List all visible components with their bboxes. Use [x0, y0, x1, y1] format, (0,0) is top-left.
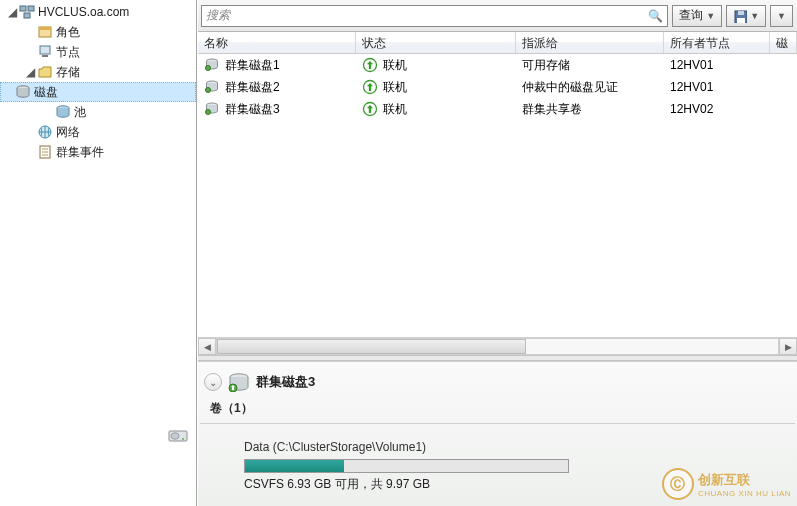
cell-name: 群集磁盘3 — [225, 101, 280, 118]
drive-icon — [168, 427, 188, 445]
cell-name: 群集磁盘1 — [225, 57, 280, 74]
more-button[interactable]: ▼ — [770, 5, 793, 27]
watermark-subtext: CHUANG XIN HU LIAN — [698, 489, 791, 498]
volume-path: Data (C:\ClusterStorage\Volume1) — [244, 438, 797, 457]
tree-label: 存储 — [54, 64, 80, 81]
table-row[interactable]: 群集磁盘2联机仲裁中的磁盘见证12HV01 — [198, 76, 797, 98]
scroll-thumb[interactable] — [217, 339, 526, 354]
tree-label: HVCLUS.oa.com — [36, 5, 129, 19]
cell-assigned: 可用存储 — [522, 57, 570, 74]
col-name[interactable]: 名称 — [198, 32, 356, 53]
search-placeholder: 搜索 — [206, 7, 230, 24]
scroll-left-icon[interactable]: ◀ — [198, 338, 216, 355]
watermark: Ⓒ 创新互联 CHUANG XIN HU LIAN — [662, 468, 791, 500]
cluster-icon — [18, 4, 36, 20]
cell-name: 群集磁盘2 — [225, 79, 280, 96]
chevron-down-icon: ▼ — [750, 11, 759, 21]
cell-status: 联机 — [383, 79, 407, 96]
scroll-right-icon[interactable]: ▶ — [779, 338, 797, 355]
tree-item-pools[interactable]: 池 — [0, 102, 196, 122]
tree-label: 节点 — [54, 44, 80, 61]
cell-status: 联机 — [383, 57, 407, 74]
chevron-down-icon: ▼ — [706, 11, 715, 21]
cell-status: 联机 — [383, 101, 407, 118]
horizontal-scrollbar[interactable]: ◀ ▶ — [198, 337, 797, 355]
col-assigned[interactable]: 指派给 — [516, 32, 664, 53]
watermark-logo-icon: Ⓒ — [662, 468, 694, 500]
tree-label: 网络 — [54, 124, 80, 141]
usage-bar — [244, 459, 569, 473]
tree-item-storage[interactable]: ◢ 存储 — [0, 62, 196, 82]
expander-icon[interactable]: ◢ — [24, 65, 36, 79]
cell-owner: 12HV02 — [670, 102, 713, 116]
floppy-icon — [733, 9, 747, 23]
online-icon — [362, 79, 378, 95]
toolbar: 搜索 🔍 查询 ▼ ▼ ▼ — [198, 0, 797, 32]
tree-item-roles[interactable]: 角色 — [0, 22, 196, 42]
tree-label: 池 — [72, 104, 86, 121]
detail-title: 群集磁盘3 — [256, 373, 315, 391]
tree-label: 群集事件 — [54, 144, 104, 161]
search-input[interactable]: 搜索 🔍 — [201, 5, 668, 27]
cell-owner: 12HV01 — [670, 58, 713, 72]
online-icon — [362, 101, 378, 117]
table-body: 群集磁盘1联机可用存储12HV01群集磁盘2联机仲裁中的磁盘见证12HV01群集… — [198, 54, 797, 337]
scroll-track[interactable] — [216, 338, 779, 355]
disk-icon — [204, 101, 220, 117]
roles-icon — [36, 24, 54, 40]
query-label: 查询 — [679, 7, 703, 24]
disk-icon — [204, 79, 220, 95]
query-button[interactable]: 查询 ▼ — [672, 5, 722, 27]
tree-item-events[interactable]: 群集事件 — [0, 142, 196, 162]
tree-item-network[interactable]: 网络 — [0, 122, 196, 142]
table-header: 名称 状态 指派给 所有者节点 磁盘 — [198, 32, 797, 54]
disk-big-icon — [228, 372, 250, 392]
search-icon[interactable]: 🔍 — [648, 9, 663, 23]
tree-root[interactable]: ◢ HVCLUS.oa.com — [0, 2, 196, 22]
nodes-icon — [36, 44, 54, 60]
online-icon — [362, 57, 378, 73]
table-row[interactable]: 群集磁盘3联机群集共享卷12HV02 — [198, 98, 797, 120]
col-status[interactable]: 状态 — [356, 32, 516, 53]
chevron-down-icon: ▼ — [777, 11, 786, 21]
main-pane: 搜索 🔍 查询 ▼ ▼ ▼ 名称 状态 指派给 所有者节点 磁盘 群集磁盘1联机… — [197, 0, 797, 506]
tree-label: 角色 — [54, 24, 80, 41]
watermark-text: 创新互联 — [698, 471, 791, 489]
tree-item-nodes[interactable]: 节点 — [0, 42, 196, 62]
disk-icon — [204, 57, 220, 73]
disk-icon — [14, 84, 32, 100]
network-icon — [36, 124, 54, 140]
usage-bar-fill — [245, 460, 344, 472]
cell-assigned: 群集共享卷 — [522, 101, 582, 118]
pool-icon — [54, 104, 72, 120]
col-owner[interactable]: 所有者节点 — [664, 32, 770, 53]
tree-item-disks[interactable]: 磁盘 — [0, 82, 196, 102]
save-button[interactable]: ▼ — [726, 5, 766, 27]
col-disk[interactable]: 磁盘 — [770, 32, 797, 53]
events-icon — [36, 144, 54, 160]
table-row[interactable]: 群集磁盘1联机可用存储12HV01 — [198, 54, 797, 76]
expander-icon[interactable]: ◢ — [6, 5, 18, 19]
tree-label: 磁盘 — [32, 84, 58, 101]
cell-owner: 12HV01 — [670, 80, 713, 94]
cell-assigned: 仲裁中的磁盘见证 — [522, 79, 618, 96]
collapse-button[interactable]: ⌄ — [204, 373, 222, 391]
folder-icon — [36, 64, 54, 80]
volumes-header: 卷（1） — [200, 398, 795, 424]
